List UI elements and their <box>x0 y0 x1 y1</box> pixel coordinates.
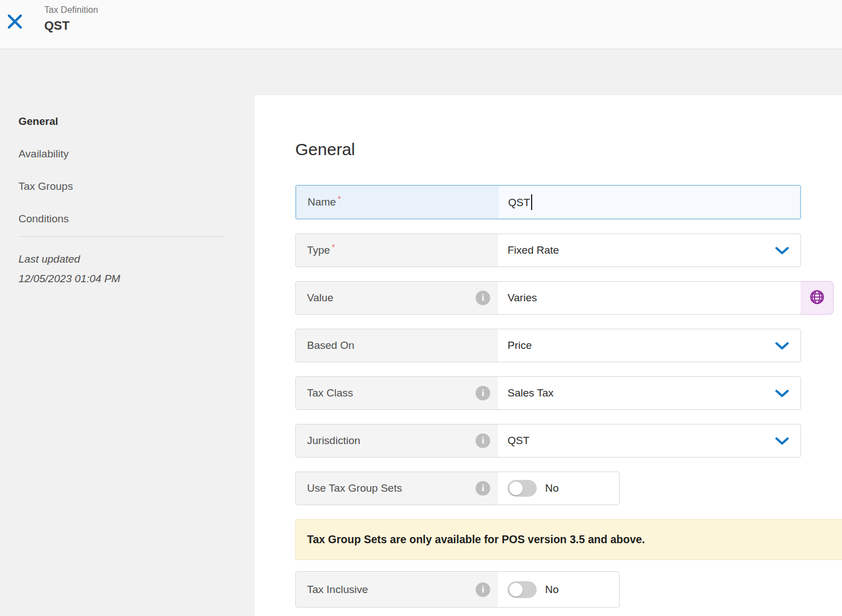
chevron-down-icon <box>775 342 789 350</box>
sidebar: General Availability Tax Groups Conditio… <box>18 105 225 288</box>
info-icon[interactable]: i <box>476 481 490 496</box>
banner-text: Tax Group Sets are only available for PO… <box>307 533 645 546</box>
required-asterisk: * <box>338 194 341 203</box>
header-titles: Tax Definition QST <box>44 4 98 34</box>
chevron-down-icon <box>775 389 789 398</box>
section-heading: General <box>295 140 842 159</box>
info-icon[interactable]: i <box>476 582 490 597</box>
per-location-globe-button[interactable] <box>801 281 834 315</box>
field-row-tax-inclusive: Tax Inclusive i No <box>295 571 620 608</box>
type-label: Type* <box>296 234 498 267</box>
tax-inclusive-label: Tax Inclusive i <box>296 572 498 607</box>
toggle-knob <box>509 482 523 495</box>
value-label: Value i <box>296 282 498 314</box>
required-asterisk: * <box>332 242 335 251</box>
field-row-name: Name* QST <box>295 185 801 220</box>
info-icon[interactable]: i <box>476 291 490 305</box>
field-row-jurisdiction: Jurisdiction i QST <box>295 424 801 458</box>
globe-icon <box>808 288 826 307</box>
tax-definition-window: Tax Definition QST General Availability … <box>0 0 842 616</box>
based-on-label: Based On <box>296 329 498 362</box>
field-row-use-tax-group-sets: Use Tax Group Sets i No <box>295 472 620 505</box>
pos-version-banner: Tax Group Sets are only available for PO… <box>295 519 842 560</box>
last-updated-value: 12/05/2023 01:04 PM <box>18 269 225 288</box>
tax-class-label: Tax Class i <box>296 377 498 409</box>
name-input[interactable]: QST <box>499 186 800 218</box>
tax-inclusive-control: No <box>498 572 619 607</box>
sidebar-item-general[interactable]: General <box>18 105 225 138</box>
use-tax-group-sets-toggle[interactable] <box>508 480 537 497</box>
chevron-down-icon <box>775 437 789 445</box>
field-row-type: Type* Fixed Rate <box>295 234 801 267</box>
main-panel: General Name* QST Type* Fixed Rate <box>255 95 842 616</box>
field-row-tax-class: Tax Class i Sales Tax <box>295 376 801 410</box>
last-updated-label: Last updated <box>18 249 225 269</box>
jurisdiction-select[interactable]: QST <box>498 424 801 457</box>
tax-class-select[interactable]: Sales Tax <box>498 377 801 409</box>
sidebar-divider <box>18 236 225 237</box>
close-icon <box>7 13 23 31</box>
info-icon[interactable]: i <box>476 386 490 400</box>
value-input[interactable]: Varies <box>498 282 801 314</box>
last-updated: Last updated 12/05/2023 01:04 PM <box>18 249 225 288</box>
based-on-select[interactable]: Price <box>498 329 801 362</box>
text-caret <box>531 194 532 210</box>
use-tax-group-sets-control: No <box>498 472 619 505</box>
toggle-state-label: No <box>545 584 559 596</box>
type-select[interactable]: Fixed Rate <box>498 234 801 267</box>
chevron-down-icon <box>775 246 789 255</box>
info-icon[interactable]: i <box>476 433 490 448</box>
use-tax-group-sets-label: Use Tax Group Sets i <box>296 472 498 505</box>
close-button[interactable] <box>6 14 23 31</box>
sidebar-item-conditions[interactable]: Conditions <box>18 203 225 235</box>
tax-inclusive-toggle[interactable] <box>508 581 537 598</box>
name-label: Name* <box>296 186 499 218</box>
jurisdiction-label: Jurisdiction i <box>296 424 498 457</box>
sidebar-item-tax-groups[interactable]: Tax Groups <box>18 170 225 203</box>
field-row-value: Value i Varies <box>295 281 801 315</box>
sidebar-item-availability[interactable]: Availability <box>18 138 225 170</box>
field-row-based-on: Based On Price <box>295 329 801 362</box>
header: Tax Definition QST <box>0 0 842 49</box>
toggle-state-label: No <box>545 482 559 494</box>
page-title: QST <box>44 17 98 34</box>
breadcrumb: Tax Definition <box>44 4 98 16</box>
toggle-knob <box>509 583 523 596</box>
